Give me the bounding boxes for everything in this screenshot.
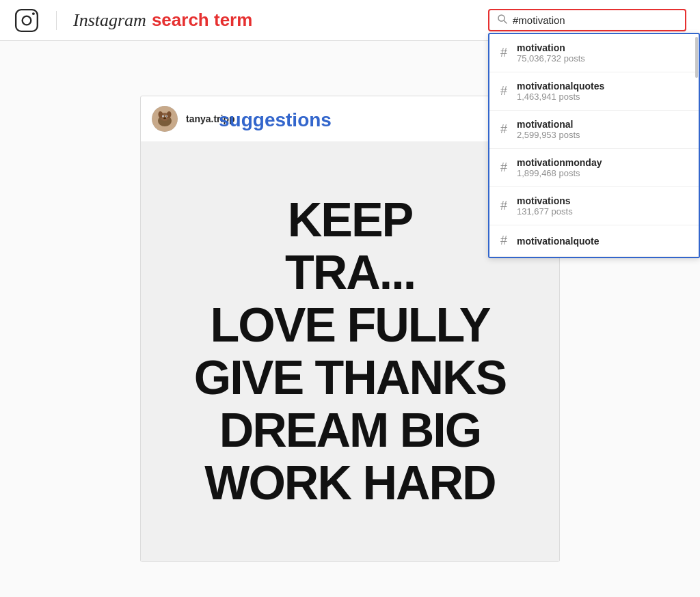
suggestion-item[interactable]: # motivationmonday 1,899,468 posts bbox=[489, 149, 699, 187]
suggestion-text-group-4: motivations 131,677 posts bbox=[517, 195, 573, 217]
instagram-logo-text: Instagram bbox=[73, 10, 146, 31]
hash-icon-0: # bbox=[500, 46, 507, 60]
suggestion-name-3: motivationmonday bbox=[517, 157, 602, 168]
suggestion-item[interactable]: # motivational 2,599,953 posts bbox=[489, 111, 699, 149]
suggestions-section-label: suggestions bbox=[219, 109, 332, 131]
scrollbar-thumb bbox=[695, 37, 698, 78]
suggestion-text-group-2: motivational 2,599,953 posts bbox=[517, 119, 580, 140]
avatar bbox=[152, 106, 178, 132]
search-input-container bbox=[488, 9, 686, 31]
hash-icon-3: # bbox=[500, 161, 507, 175]
suggestion-name-4: motivations bbox=[517, 195, 573, 206]
suggestion-name-1: motivationalquotes bbox=[517, 81, 604, 92]
suggestion-text-group-1: motivationalquotes 1,463,941 posts bbox=[517, 81, 604, 102]
avatar-image bbox=[152, 106, 178, 132]
suggestion-count-2: 2,599,953 posts bbox=[517, 130, 580, 140]
header-divider bbox=[56, 11, 57, 30]
search-box-wrapper: # motivation 75,036,732 posts # motivati… bbox=[488, 9, 686, 31]
search-term-label: search term bbox=[152, 10, 252, 31]
suggestion-text-group-0: motivation 75,036,732 posts bbox=[517, 42, 585, 64]
suggestion-name-0: motivation bbox=[517, 42, 585, 53]
suggestion-text-group-3: motivationmonday 1,899,468 posts bbox=[517, 157, 602, 178]
svg-line-4 bbox=[504, 21, 507, 24]
post-motivational-text: KEEPTRA...LOVE FULLYGIVE THANKSDREAM BIG… bbox=[180, 180, 520, 523]
hash-icon-2: # bbox=[500, 122, 507, 137]
logo-area: Instagram bbox=[14, 8, 146, 33]
suggestion-count-4: 131,677 posts bbox=[517, 206, 573, 217]
svg-point-2 bbox=[32, 12, 35, 15]
suggestion-item[interactable]: # motivations 131,677 posts bbox=[489, 187, 699, 225]
suggestion-name-2: motivational bbox=[517, 119, 580, 130]
suggestion-count-3: 1,899,468 posts bbox=[517, 168, 602, 178]
hash-icon-5: # bbox=[500, 234, 507, 248]
suggestion-item[interactable]: # motivationalquotes 1,463,941 posts bbox=[489, 72, 699, 111]
svg-point-14 bbox=[163, 117, 166, 119]
suggestion-item[interactable]: # motivationalquote bbox=[489, 225, 699, 257]
suggestions-dropdown: # motivation 75,036,732 posts # motivati… bbox=[488, 33, 700, 258]
svg-point-1 bbox=[23, 16, 31, 25]
suggestion-item[interactable]: # motivation 75,036,732 posts bbox=[489, 34, 699, 72]
search-icon bbox=[498, 14, 507, 26]
svg-point-3 bbox=[498, 15, 504, 21]
suggestion-name-5: motivationalquote bbox=[517, 236, 600, 247]
hash-icon-1: # bbox=[500, 84, 507, 98]
suggestion-count-0: 75,036,732 posts bbox=[517, 53, 585, 64]
svg-point-13 bbox=[166, 115, 167, 117]
search-input[interactable] bbox=[513, 14, 677, 26]
suggestion-count-1: 1,463,941 posts bbox=[517, 92, 604, 102]
suggestion-text-group-5: motivationalquote bbox=[517, 236, 600, 247]
header: Instagram search term # motivation 75,03… bbox=[0, 0, 700, 41]
dropdown-scrollbar[interactable] bbox=[695, 34, 699, 257]
hash-icon-4: # bbox=[500, 199, 507, 213]
instagram-camera-icon bbox=[14, 8, 40, 33]
svg-point-12 bbox=[163, 115, 164, 117]
